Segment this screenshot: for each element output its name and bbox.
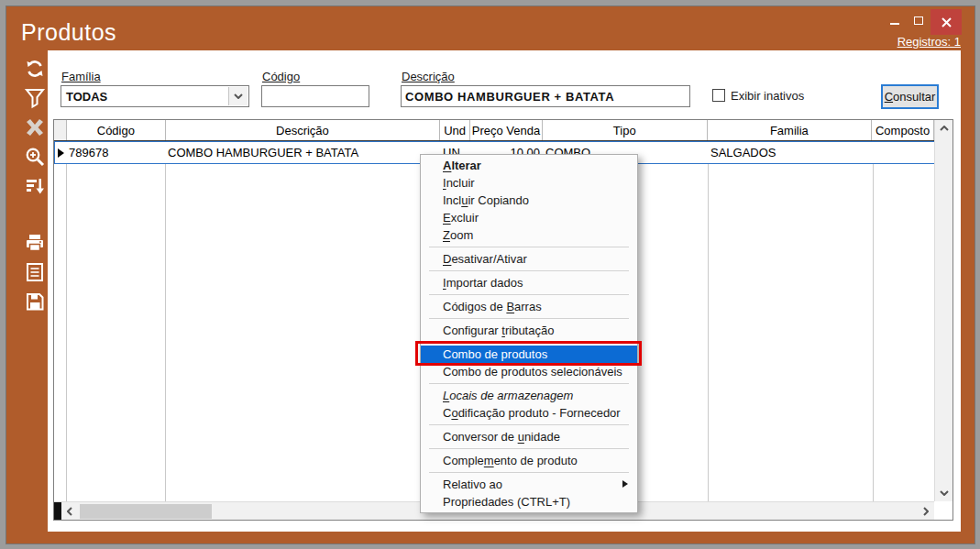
row-selector-header [54,120,67,140]
column-header-composto[interactable]: Composto [872,120,934,140]
menu-separator [429,472,629,473]
familia-label: Família [61,70,101,83]
scroll-down-button[interactable] [935,485,952,501]
familia-dropdown-button[interactable] [228,87,248,105]
column-header-preco-venda[interactable]: Preço Venda [470,120,543,140]
menu-item-codificacao-produto-fornecedor[interactable]: Codificação produto - Fornecedor [421,404,637,422]
menu-item-conversor-de-unidade[interactable]: Conversor de unidade [421,428,637,445]
menu-item-complemento-de-produto[interactable]: Complemento de produto [421,452,637,469]
menu-separator [429,270,629,271]
scroll-up-button[interactable] [935,120,952,137]
minimize-button[interactable] [883,9,907,31]
familia-value: TODAS [66,90,107,104]
save-icon[interactable] [23,290,47,313]
close-button[interactable] [930,9,962,35]
menu-item-importar-dados[interactable]: Importar dados [421,274,637,291]
grid-cell-familia[interactable]: SALGADOS [708,142,873,163]
grid-column-line [66,141,67,501]
menu-separator [429,424,629,425]
chevron-right-icon [923,507,929,516]
column-header-descricao[interactable]: Descrição [166,120,440,140]
sort-icon[interactable] [23,174,47,198]
submenu-arrow-icon [622,480,628,488]
grid-header-row: CódigoDescriçãoUndPreço VendaTipoFamilia… [54,120,934,141]
menu-separator [429,318,629,319]
context-menu: AlterarIncluirIncluir CopiandoExcluirZoo… [420,154,638,513]
menu-separator [429,294,629,295]
close-icon [941,17,952,27]
column-header-und[interactable]: Und [440,120,470,140]
scroll-right-button[interactable] [918,502,934,520]
clear-x-icon[interactable] [23,115,47,139]
menu-item-relativo-ao[interactable]: Relativo ao [421,476,637,493]
maximize-button[interactable] [907,9,930,31]
grid-column-line [708,141,709,501]
hscrollbar-corner-block [54,502,61,520]
current-row-indicator [55,142,66,163]
menu-item-combo-de-produtos-selecionaveis[interactable]: Combo de produtos selecionáveis [421,363,637,380]
menu-item-alterar[interactable]: Alterar [421,157,637,174]
column-header-codigo[interactable]: Código [67,120,166,140]
menu-item-configurar-tributacao[interactable]: Configurar tributação [421,322,637,339]
hscrollbar-thumb[interactable] [80,504,212,519]
menu-item-excluir[interactable]: Excluir [421,209,637,226]
column-header-familia[interactable]: Familia [708,120,873,140]
menu-item-desativar-ativar[interactable]: Desativar/Ativar [421,250,637,268]
print-icon[interactable] [23,231,47,255]
menu-item-incluir-copiando[interactable]: Incluir Copiando [421,192,637,209]
menu-item-incluir[interactable]: Incluir [421,174,637,192]
chevron-left-icon [67,507,72,516]
filter-icon[interactable] [23,86,47,110]
window-title: Produtos [21,19,116,46]
exibir-inativos-label: Exibir inativos [731,89,804,103]
menu-separator [429,247,629,247]
row-arrow-icon [58,148,64,158]
codigo-input[interactable] [261,85,369,107]
menu-item-codigos-de-barras[interactable]: Códigos de Barras [421,298,637,315]
familia-select[interactable]: TODAS [61,85,249,107]
menu-item-locais-de-armazenagem[interactable]: Locais de armazenagem [421,387,637,404]
chevron-down-icon [940,490,949,496]
column-header-tipo[interactable]: Tipo [543,120,708,140]
grid-cell-composto[interactable] [873,142,934,163]
exibir-inativos-checkbox[interactable] [712,89,725,102]
consultar-button[interactable]: Consultar [881,84,939,109]
chevron-down-icon [234,93,243,99]
menu-item-combo-de-produtos[interactable]: Combo de produtos [421,346,637,363]
chevron-up-icon [940,126,949,131]
minimize-icon [890,23,899,25]
report-icon[interactable] [23,260,47,284]
grid-column-line [873,141,874,501]
grid-cell-codigo[interactable]: 789678 [66,142,165,163]
menu-separator [429,448,629,449]
refresh-icon[interactable] [23,57,47,81]
descricao-input[interactable] [401,85,690,107]
menu-separator [429,383,629,384]
menu-item-propriedades[interactable]: Propriedades (CTRL+T) [421,493,637,511]
vertical-scrollbar[interactable] [934,120,952,501]
grid-cell-descricao[interactable]: COMBO HAMBURGUER + BATATA [165,142,440,163]
codigo-label: Código [262,70,300,83]
scroll-left-button[interactable] [61,502,78,520]
descricao-label: Descrição [402,70,455,83]
menu-separator [429,342,629,343]
zoom-icon[interactable] [23,145,47,169]
registros-link[interactable]: Registros: 1 [897,35,961,49]
maximize-icon [914,16,923,25]
window-controls [883,9,962,35]
grid-column-line [165,141,166,501]
menu-item-zoom[interactable]: Zoom [421,226,637,244]
